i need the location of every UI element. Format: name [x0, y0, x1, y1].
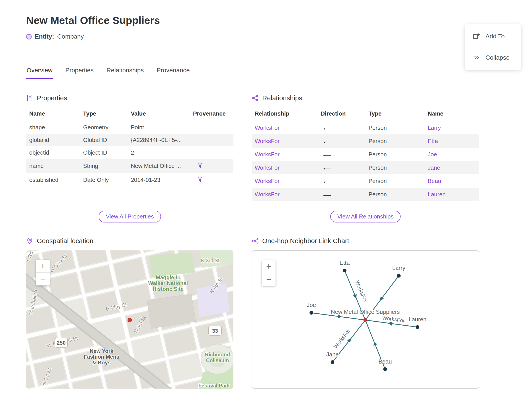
- chart-node-label: Jane: [326, 351, 339, 358]
- view-all-relationships-wrap: View All Relationships: [252, 211, 479, 223]
- related-entity-link[interactable]: Jane: [428, 164, 440, 171]
- property-name: objectid: [26, 146, 80, 159]
- property-row: shapeGeometryPoint: [26, 121, 233, 134]
- link-chart-heading: One-hop Neighbor Link Chart: [262, 237, 349, 245]
- property-name: name: [26, 159, 80, 173]
- svg-text:33: 33: [212, 328, 218, 334]
- properties-header-row: NameTypeValueProvenance: [26, 108, 233, 121]
- map-label: Festival Park: [198, 383, 230, 389]
- entity-label: Entity:: [35, 33, 54, 40]
- relationship-type-link[interactable]: WorksFor: [255, 178, 279, 184]
- column-header: Name: [26, 108, 80, 121]
- collapse-icon: [472, 54, 480, 61]
- property-value: 2014-01-23: [128, 173, 190, 187]
- property-value: {A228944F-0EF5-...: [128, 134, 190, 146]
- link-chart-canvas[interactable]: WorksForWorksForWorksForEttaLarryJoeLaur…: [252, 251, 479, 388]
- property-value: 2: [128, 146, 190, 159]
- chart-edge-label: WorksFor: [382, 315, 406, 324]
- route-shield: 33: [209, 326, 221, 335]
- relationship-type-link[interactable]: WorksFor: [255, 151, 279, 158]
- link-chart-icon: [252, 237, 259, 244]
- chart-node-jane[interactable]: [331, 360, 334, 364]
- relationships-table: RelationshipDirectionTypeName WorksFor←P…: [252, 108, 479, 201]
- related-entity-link[interactable]: Etta: [428, 138, 438, 144]
- view-all-properties-button[interactable]: View All Properties: [99, 211, 161, 223]
- related-entity-type: Person: [365, 174, 425, 188]
- chart-zoom-in-button[interactable]: +: [262, 260, 276, 273]
- property-row: globalidGlobal ID{A228944F-0EF5-...: [26, 134, 233, 146]
- property-provenance-cell: [190, 134, 233, 146]
- property-provenance-cell: [190, 146, 233, 159]
- map-canvas[interactable]: Maggie L.Walker NationalHistoric SiteRic…: [26, 250, 233, 389]
- entity-details-page: Add To Collapse New Metal Office Supplie…: [0, 14, 532, 405]
- property-type: Date Only: [80, 173, 128, 187]
- map-marker[interactable]: [128, 318, 132, 322]
- chart-node-label: Lauren: [409, 316, 426, 323]
- collapse-button[interactable]: Collapse: [465, 47, 521, 68]
- map-zoom-in-button[interactable]: +: [36, 260, 50, 273]
- chart-edge-arrow: [388, 321, 392, 326]
- related-entity-link[interactable]: Larry: [428, 124, 441, 131]
- map-zoom-out-button[interactable]: −: [36, 273, 50, 285]
- column-header: Value: [128, 108, 190, 121]
- relationships-panel: Relationships RelationshipDirectionTypeN…: [252, 94, 479, 223]
- relationship-cell: WorksFor: [252, 188, 318, 201]
- chart-node-label: Beau: [378, 358, 392, 365]
- property-type: Geometry: [80, 121, 128, 134]
- chart-center-label: New Metal Office Suppliers: [331, 309, 400, 315]
- chart-node-beau[interactable]: [383, 367, 387, 371]
- name-cell: Beau: [425, 174, 479, 188]
- relationship-type-link[interactable]: WorksFor: [255, 191, 279, 198]
- relationship-type-link[interactable]: WorksFor: [255, 124, 279, 131]
- relationship-row: WorksFor←PersonEtta: [252, 135, 479, 148]
- relationship-cell: WorksFor: [252, 161, 318, 174]
- name-cell: Jane: [425, 161, 479, 174]
- provenance-icon[interactable]: [197, 176, 203, 182]
- chart-node-etta[interactable]: [343, 269, 346, 272]
- provenance-icon[interactable]: [197, 162, 203, 169]
- tab-relationships[interactable]: Relationships: [106, 67, 144, 79]
- tab-properties[interactable]: Properties: [65, 67, 94, 79]
- related-entity-type: Person: [365, 188, 425, 201]
- map-park-area: [149, 252, 195, 277]
- chart-node-joe[interactable]: [309, 311, 313, 315]
- property-type: String: [80, 159, 128, 173]
- overview-grid: Properties NameTypeValueProvenance shape…: [26, 94, 506, 389]
- related-entity-link[interactable]: Joe: [428, 151, 437, 158]
- related-entity-link[interactable]: Lauren: [428, 191, 446, 198]
- chart-center-node[interactable]: [364, 318, 367, 322]
- property-value: New Metal Office ...: [128, 159, 190, 173]
- related-entity-type: Person: [365, 135, 425, 148]
- related-entity-link[interactable]: Beau: [428, 178, 441, 184]
- page-title: New Metal Office Suppliers: [26, 14, 506, 26]
- property-row: nameStringNew Metal Office ...: [26, 159, 233, 173]
- tab-overview[interactable]: Overview: [26, 67, 53, 79]
- chart-node-lauren[interactable]: [416, 325, 419, 329]
- chart-zoom-out-button[interactable]: −: [262, 273, 276, 286]
- view-all-properties-wrap: View All Properties: [26, 211, 233, 223]
- column-header: Direction: [318, 108, 366, 121]
- geospatial-heading-row: Geospatial location: [26, 237, 233, 245]
- map-label: N 3rd St: [201, 258, 220, 263]
- view-all-relationships-button[interactable]: View All Relationships: [330, 211, 401, 223]
- chart-edge-label: WorksFor: [332, 328, 351, 350]
- map[interactable]: Maggie L.Walker NationalHistoric SiteRic…: [26, 250, 233, 389]
- relationship-type-link[interactable]: WorksFor: [255, 138, 279, 144]
- chart-edge-arrow: [372, 341, 377, 346]
- chart-edge-label: WorksFor: [354, 280, 368, 303]
- property-value: Point: [128, 121, 190, 134]
- add-to-label: Add To: [485, 33, 505, 40]
- add-to-button[interactable]: Add To: [465, 26, 521, 47]
- entity-type-row: Entity: Company: [26, 33, 506, 40]
- tab-provenance[interactable]: Provenance: [156, 67, 190, 79]
- direction-arrow-icon: ←: [321, 137, 333, 145]
- chart-node-larry[interactable]: [397, 274, 401, 278]
- column-header: Type: [80, 108, 128, 121]
- chart-edge-arrow: [338, 314, 342, 319]
- svg-text:250: 250: [57, 340, 66, 346]
- relationship-row: WorksFor←PersonJoe: [252, 148, 479, 161]
- link-chart[interactable]: WorksForWorksForWorksForEttaLarryJoeLaur…: [252, 250, 479, 389]
- column-header: Type: [365, 108, 425, 121]
- relationship-type-link[interactable]: WorksFor: [255, 164, 279, 171]
- floating-action-panel: Add To Collapse: [465, 24, 521, 70]
